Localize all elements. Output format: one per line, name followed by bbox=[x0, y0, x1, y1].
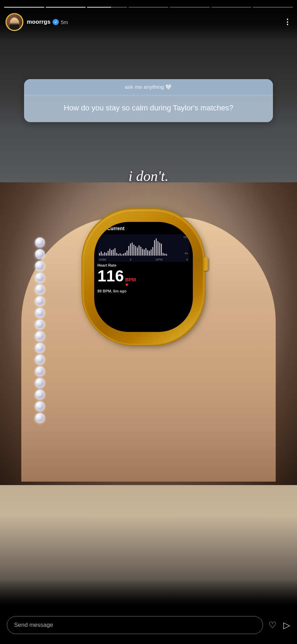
chart-bar bbox=[109, 249, 110, 256]
progress-bar-5 bbox=[170, 7, 210, 8]
chart-bar bbox=[116, 253, 117, 256]
chart-bar bbox=[106, 253, 107, 256]
progress-bar-3 bbox=[87, 7, 127, 8]
chart-bar bbox=[99, 253, 100, 256]
bracelet-chain bbox=[35, 237, 45, 437]
chart-bar bbox=[156, 238, 157, 256]
progress-bar-6 bbox=[211, 7, 252, 8]
chart-bar bbox=[108, 251, 109, 256]
response-label: i don't. bbox=[129, 168, 168, 184]
chart-bar bbox=[114, 248, 116, 256]
chart-bar bbox=[132, 243, 133, 256]
progress-bar-1 bbox=[4, 7, 44, 8]
ama-card: ask me anything 🤍 How do you stay so cal… bbox=[24, 79, 273, 122]
watch-container: ‹ Current 330 bbox=[56, 196, 241, 464]
diamond-gem bbox=[35, 296, 45, 305]
diamond-gem bbox=[35, 261, 45, 270]
ama-label: ask me anything 🤍 bbox=[125, 84, 172, 90]
diamond-gem bbox=[35, 343, 45, 352]
chart-bar bbox=[104, 252, 105, 256]
chart-bar bbox=[135, 246, 136, 256]
chart-bar bbox=[152, 247, 153, 256]
diamond-bracelet bbox=[28, 237, 90, 444]
avatar-figure bbox=[10, 18, 19, 30]
header-info: moorrgs ✓ 5m bbox=[27, 19, 68, 25]
chart-bar bbox=[139, 245, 140, 256]
message-input-field[interactable]: Send message bbox=[7, 616, 263, 634]
chart-label-12am: 12AM bbox=[99, 258, 106, 261]
diamond-gem bbox=[35, 354, 45, 364]
diamond-gem bbox=[35, 331, 45, 341]
chart-label-6: 6 bbox=[130, 258, 131, 261]
screen-top-bar: ‹ Current 330 bbox=[98, 225, 189, 232]
bpm-number: 116 bbox=[98, 268, 124, 284]
chart-bar bbox=[125, 253, 126, 256]
diamond-gem bbox=[35, 319, 45, 329]
progress-bar-2 bbox=[46, 7, 86, 8]
chart-bar bbox=[113, 249, 114, 256]
chart-bar bbox=[161, 244, 162, 256]
chart-bar bbox=[128, 246, 129, 256]
chart-bar bbox=[151, 249, 152, 256]
diamond-gem bbox=[35, 308, 45, 317]
progress-bar-4 bbox=[129, 7, 169, 8]
chart-bar bbox=[111, 250, 112, 256]
timestamp: 5m bbox=[61, 19, 68, 25]
chart-bar bbox=[140, 247, 141, 256]
chart-bar bbox=[123, 254, 124, 256]
chart-bar bbox=[163, 253, 164, 256]
story-header: moorrgs ✓ 5m ⋮ bbox=[0, 13, 297, 31]
watch-top-value: 330 bbox=[182, 226, 189, 231]
avatar-ring[interactable] bbox=[6, 13, 23, 31]
ama-question-body: How do you stay so calm during Taylor's … bbox=[24, 95, 273, 122]
chart-bar bbox=[102, 254, 103, 256]
diamond-gem bbox=[35, 272, 45, 282]
chart-bar bbox=[133, 245, 134, 256]
chart-label-12pm: 12PM bbox=[155, 258, 163, 261]
diamond-gem bbox=[35, 366, 45, 376]
chart-bar bbox=[147, 250, 148, 256]
watch-screen-title: Current bbox=[107, 226, 125, 231]
watch-case: ‹ Current 330 bbox=[83, 210, 204, 344]
chart-bar bbox=[142, 249, 143, 256]
response-text-container: i don't. bbox=[0, 168, 297, 184]
heart-button[interactable]: ♡ bbox=[268, 620, 276, 631]
story-progress-bars bbox=[4, 7, 293, 8]
chart-high-value: 155 bbox=[183, 236, 188, 239]
username[interactable]: moorrgs bbox=[27, 19, 51, 25]
chart-bar bbox=[118, 254, 119, 256]
chart-bars bbox=[98, 237, 189, 256]
chart-bar bbox=[126, 250, 128, 256]
chart-bar bbox=[166, 254, 167, 256]
chart-bar bbox=[120, 253, 121, 256]
chart-bar bbox=[145, 248, 146, 256]
message-placeholder: Send message bbox=[14, 622, 53, 629]
bpm-unit-column: BPM ♥ bbox=[125, 277, 136, 288]
chart-bar bbox=[144, 249, 145, 256]
dark-bottom-overlay bbox=[0, 579, 297, 606]
diamond-gem bbox=[35, 413, 45, 422]
bpm-row: 116 BPM ♥ bbox=[98, 268, 189, 288]
diamond-gem bbox=[35, 237, 45, 247]
apple-watch: ‹ Current 330 bbox=[83, 210, 204, 344]
heart-rate-chart: 155 64 12AM 6 12PM 6 bbox=[98, 234, 189, 262]
send-button[interactable]: ▷ bbox=[283, 620, 290, 631]
bpm-heart-icon: ♥ bbox=[125, 282, 129, 288]
chart-low-value: 64 bbox=[185, 252, 188, 255]
progress-bar-7 bbox=[253, 7, 293, 8]
ama-question-text: How do you stay so calm during Taylor's … bbox=[64, 104, 233, 112]
more-options-button[interactable]: ⋮ bbox=[284, 18, 292, 26]
diamond-gem bbox=[35, 249, 45, 259]
chart-time-labels: 12AM 6 12PM 6 bbox=[99, 258, 188, 261]
chart-label-6pm: 6 bbox=[186, 258, 188, 261]
chart-bar bbox=[154, 240, 155, 256]
diamond-gem bbox=[35, 378, 45, 387]
chart-bar bbox=[130, 244, 131, 256]
avatar[interactable] bbox=[7, 14, 22, 30]
watch-back-button[interactable]: ‹ bbox=[98, 225, 105, 232]
diamond-gem bbox=[35, 401, 45, 411]
chart-bar bbox=[137, 247, 138, 256]
ama-card-header: ask me anything 🤍 bbox=[24, 79, 273, 95]
bpm-previous-reading: 89 BPM, 6m ago bbox=[98, 289, 189, 293]
chart-bar bbox=[159, 243, 160, 256]
